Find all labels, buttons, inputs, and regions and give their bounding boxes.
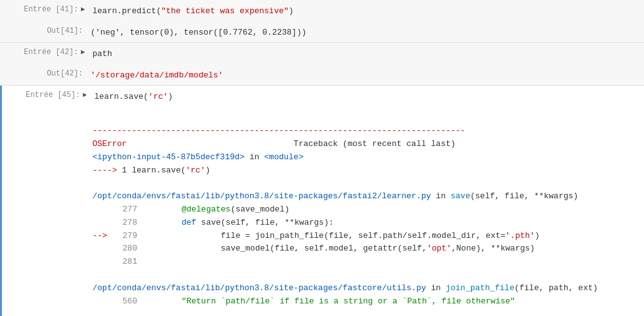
cell-42-output-label: Out[42]: <box>0 68 88 78</box>
line-num-278: 278 <box>112 217 137 230</box>
notebook: Entrée [41]: ► learn.predict("the ticket… <box>0 0 644 316</box>
arrow-line: ----> <box>92 166 117 175</box>
code-path: path <box>92 49 112 59</box>
func2-link: join_path_file <box>446 283 514 293</box>
cell-42-input[interactable]: Entrée [42]: ► path <box>0 43 644 65</box>
func2-args: (file, path, ext) <box>514 283 598 293</box>
code-279: file = join_path_file(file, self.path/se… <box>182 231 540 240</box>
cell-41-label: Entrée [41]: ► <box>2 4 90 14</box>
func1-link: save <box>451 191 470 201</box>
cell-41: Entrée [41]: ► learn.predict("the ticket… <box>0 0 644 43</box>
cell-45-error: ----------------------------------------… <box>2 108 644 317</box>
kw-def: def <box>182 218 196 227</box>
error-type: OSError <box>92 139 127 149</box>
decorator-code: (save_model) <box>231 205 290 214</box>
code-normal: learn.save( <box>94 92 148 101</box>
line-num-281: 281 <box>112 256 137 269</box>
cell-42-output-content: '/storage/data/imdb/models' <box>88 68 644 83</box>
in-text2: in <box>431 191 450 201</box>
cell-41-input[interactable]: Entrée [41]: ► learn.predict("the ticket… <box>0 0 644 23</box>
in-text: in <box>245 152 264 162</box>
cell-41-code[interactable]: learn.predict("the ticket was expensive"… <box>90 4 644 19</box>
path2-link: /opt/conda/envs/fastai/lib/python3.8/sit… <box>92 283 426 293</box>
cell-45: Entrée [45]: ► learn.save('rc') --------… <box>0 86 644 316</box>
in-text3: in <box>426 283 446 293</box>
cell-45-code[interactable]: learn.save('rc') <box>92 89 644 104</box>
code-normal: learn.predict( <box>92 6 161 16</box>
cell-41-label-text: Entrée [41]: <box>24 5 78 14</box>
code-normal: ) <box>289 6 294 16</box>
code-280: save_model(file, self.model, getattr(sel… <box>182 244 535 253</box>
module-link: <module> <box>264 152 303 162</box>
cell-42-code[interactable]: path <box>90 47 644 62</box>
docstring: "Return `path/file` if file is a string … <box>182 296 516 306</box>
cell-45-label: Entrée [45]: ► <box>4 89 92 99</box>
cell-42-label: Entrée [42]: ► <box>2 47 90 57</box>
decorator-decorator: @delegates <box>182 205 231 214</box>
traceback-label: Traceback (most recent call last) <box>294 139 455 149</box>
line-num-560: 560 <box>112 295 137 308</box>
code-string: "the ticket was expensive" <box>161 6 289 16</box>
func1-args: (self, file, **kwargs) <box>470 191 579 201</box>
error-dashes: ----------------------------------------… <box>92 126 465 135</box>
arrow-279: --> <box>92 231 107 240</box>
line-num-280: 280 <box>112 242 137 256</box>
line-num-277: 277 <box>112 203 137 217</box>
code-278: save(self, file, **kwargs): <box>196 218 333 227</box>
cell-45-input[interactable]: Entrée [45]: ► learn.save('rc') <box>2 86 644 108</box>
run-icon-42[interactable]: ► <box>80 48 85 56</box>
cell-41-output-label: Out[41]: <box>0 25 88 35</box>
cell-41-output: Out[41]: ('neg', tensor(0), tensor([0.77… <box>0 23 644 43</box>
run-icon-45[interactable]: ► <box>82 91 87 99</box>
error-content: ----------------------------------------… <box>90 111 644 317</box>
output-string: '/storage/data/imdb/models' <box>91 71 223 80</box>
cell-41-output-content: ('neg', tensor(0), tensor([0.7762, 0.223… <box>88 25 644 40</box>
cell-42: Entrée [42]: ► path Out[42]: '/storage/d… <box>0 43 644 86</box>
cell-42-output: Out[42]: '/storage/data/imdb/models' <box>0 65 644 86</box>
arrow-code: 1 learn.save('rc') <box>117 166 210 175</box>
input-link: <ipython-input-45-87b5decf319d> <box>92 152 245 162</box>
code-normal: ) <box>168 92 173 101</box>
code-string: 'rc' <box>148 92 168 101</box>
cell-45-label-text: Entrée [45]: <box>26 91 80 99</box>
cell-42-label-text: Entrée [42]: <box>24 48 78 57</box>
path1-link: /opt/conda/envs/fastai/lib/python3.8/sit… <box>92 191 431 201</box>
run-icon-41[interactable]: ► <box>80 6 85 13</box>
line-num-279: 279 <box>112 230 137 243</box>
